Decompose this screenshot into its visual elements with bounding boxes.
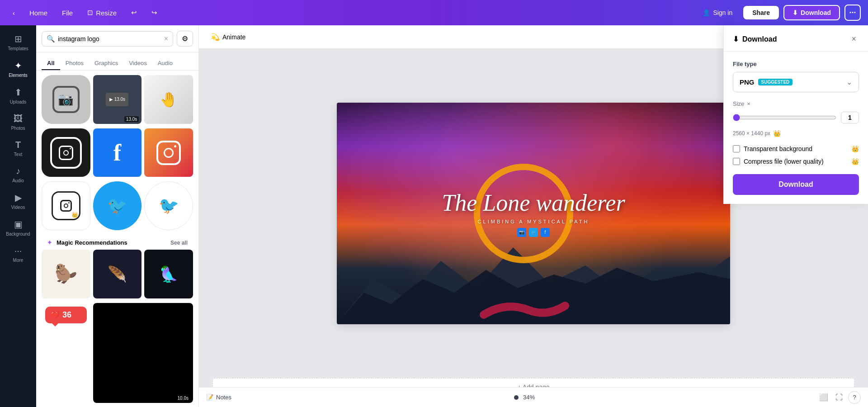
sidebar-item-audio[interactable]: ♪ Audio — [2, 161, 34, 188]
animate-button[interactable]: 💫 Animate — [206, 30, 250, 44]
dimensions-display: 2560 × 1440 px 👑 — [733, 130, 859, 137]
uploads-icon: ⬆ — [14, 87, 22, 98]
sidebar-item-videos[interactable]: ▶ Videos — [2, 188, 34, 214]
sidebar-item-photos[interactable]: 🖼 Photos — [2, 109, 34, 135]
undo-button[interactable]: ↩ — [126, 6, 142, 19]
crown-icon: 👑 — [773, 130, 781, 137]
templates-icon: ⊞ — [14, 33, 22, 44]
tab-videos[interactable]: Videos — [123, 57, 152, 70]
list-item[interactable]: 👑 — [42, 181, 90, 230]
canvas-page[interactable]: The Lone wanderer CLIMBING A MYSTICAL PA… — [337, 103, 730, 324]
list-item[interactable]: 🐦 — [144, 181, 193, 230]
list-item[interactable]: ▶ 13.0s 13.0s — [93, 75, 142, 124]
instagram-icon-sm: 📷 — [517, 228, 526, 237]
canvas-subtitle: CLIMBING A MYSTICAL PATH — [478, 219, 590, 224]
sidebar-item-more[interactable]: ··· More — [2, 241, 34, 267]
transparent-bg-left: Transparent background — [733, 145, 812, 152]
download-title-icon: ⬇ — [733, 35, 739, 43]
view-fullscreen-button[interactable]: ⛶ — [834, 391, 844, 404]
bottom-bar: 📝 Notes 34% ⬜ ⛶ ? — [199, 387, 868, 407]
list-item[interactable]: 🦫 — [42, 250, 90, 298]
clear-search-button[interactable]: × — [164, 35, 168, 43]
download-panel-header: ⬇ Download × — [724, 25, 868, 52]
zoom-slider-thumb[interactable] — [514, 395, 519, 400]
suggested-badge: SUGGESTED — [758, 79, 793, 85]
notes-icon: 📝 — [206, 394, 213, 401]
list-item[interactable]: 🐦 — [93, 181, 142, 230]
download-nav-button[interactable]: ⬇ Download — [783, 5, 840, 20]
size-slider[interactable] — [733, 114, 836, 121]
canvas-title: The Lone wanderer — [442, 190, 625, 216]
view-single-page-button[interactable]: ⬜ — [817, 391, 830, 404]
list-item[interactable]: f — [93, 128, 142, 177]
magic-recommendations-header: ✦ Magic Recommendations See all — [42, 235, 193, 250]
list-item[interactable]: 🦜 — [144, 250, 193, 298]
transparent-bg-row: Transparent background 👑 — [733, 145, 859, 152]
list-item[interactable]: 10.0s — [93, 303, 193, 403]
user-icon: 👤 — [703, 9, 710, 16]
media-grid: 📷 ▶ 13.0s 13.0s 🤚 — [36, 71, 198, 407]
photos-icon: 🖼 — [14, 114, 23, 124]
download-panel-title: ⬇ Download — [733, 35, 777, 43]
sidebar-item-uploads[interactable]: ⬆ Uploads — [2, 82, 34, 109]
redo-button[interactable]: ↪ — [146, 6, 163, 19]
animate-icon: 💫 — [211, 33, 220, 41]
search-input[interactable] — [58, 35, 161, 43]
compress-file-label: Compress file (lower quality) — [744, 158, 824, 165]
size-slider-row: 1 — [733, 112, 859, 123]
file-button[interactable]: File — [57, 6, 78, 19]
signin-button[interactable]: 👤 Sign in — [696, 6, 739, 19]
transparent-bg-checkbox[interactable] — [733, 145, 740, 152]
download-panel-body: File type PNG SUGGESTED ⌄ Size × 1 2560 … — [724, 52, 868, 204]
list-item[interactable]: ❤️ 36 — [42, 303, 90, 352]
filter-button[interactable]: ⚙ — [177, 31, 193, 47]
share-button[interactable]: Share — [743, 6, 779, 19]
more-options-button[interactable]: ··· — [844, 5, 861, 21]
sidebar-item-elements[interactable]: ✦ Elements — [2, 56, 34, 82]
list-item[interactable]: 📷 — [42, 75, 90, 124]
sidebar-item-background[interactable]: ▣ Background — [2, 214, 34, 241]
tab-audio[interactable]: Audio — [152, 57, 178, 70]
file-type-label: File type — [733, 61, 859, 67]
notes-button[interactable]: 📝 Notes — [206, 394, 231, 401]
list-item[interactable]: 🪶 — [93, 250, 142, 298]
tab-photos[interactable]: Photos — [60, 57, 89, 70]
download-panel: ⬇ Download × File type PNG SUGGESTED ⌄ S… — [723, 25, 868, 204]
twitter-icon-sm: 🐦 — [529, 228, 538, 237]
canvas-social-icons: 📷 🐦 f — [517, 228, 550, 237]
search-panel: 🔍 × ⚙ All Photos Graphics Videos Audio 📷… — [36, 25, 199, 407]
compress-file-row: Compress file (lower quality) 👑 — [733, 158, 859, 165]
text-icon: T — [15, 140, 21, 150]
file-type-selector[interactable]: PNG SUGGESTED ⌄ — [733, 72, 859, 92]
resize-button[interactable]: ⊡ Resize — [82, 6, 122, 19]
more-icon: ··· — [14, 246, 22, 256]
tab-graphics[interactable]: Graphics — [89, 57, 123, 70]
download-panel-close-button[interactable]: × — [849, 33, 859, 45]
tab-all[interactable]: All — [42, 57, 60, 70]
download-button[interactable]: Download — [733, 174, 859, 195]
videos-icon: ▶ — [15, 192, 22, 203]
size-value: 1 — [841, 112, 859, 123]
list-item[interactable]: 🤚 — [144, 75, 193, 124]
elements-icon: ✦ — [14, 60, 22, 71]
home-button[interactable]: Home — [24, 6, 53, 19]
sidebar-item-text[interactable]: T Text — [2, 135, 34, 161]
compress-file-checkbox[interactable] — [733, 158, 740, 165]
list-item[interactable] — [144, 128, 193, 177]
help-button[interactable]: ? — [848, 391, 861, 404]
list-item[interactable] — [42, 128, 90, 177]
compress-file-left: Compress file (lower quality) — [733, 158, 824, 165]
back-button[interactable]: ‹ — [7, 6, 20, 19]
audio-icon: ♪ — [16, 166, 20, 176]
background-icon: ▣ — [14, 219, 23, 230]
file-type-name: PNG — [740, 78, 755, 86]
search-icon: 🔍 — [47, 35, 55, 43]
view-buttons: ⬜ ⛶ ? — [817, 391, 861, 404]
sidebar-item-templates[interactable]: ⊞ Templates — [2, 29, 34, 56]
search-bar: 🔍 × ⚙ — [36, 25, 198, 52]
compress-crown-icon: 👑 — [851, 158, 859, 165]
filter-tabs: All Photos Graphics Videos Audio — [36, 52, 198, 71]
search-input-wrap: 🔍 × — [42, 31, 173, 47]
see-all-button[interactable]: See all — [170, 240, 188, 246]
magic-icon: ✦ — [47, 239, 52, 246]
